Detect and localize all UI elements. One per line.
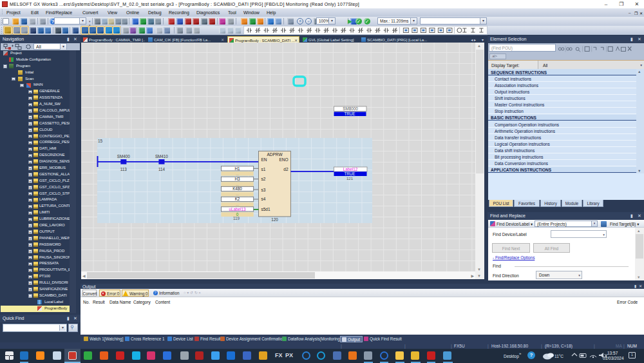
svg-text:SM8000: SM8000 bbox=[343, 106, 358, 111]
svg-text:...: ... bbox=[236, 202, 239, 206]
svg-text:ADPRW: ADPRW bbox=[267, 152, 283, 157]
svg-text:114: 114 bbox=[158, 167, 166, 172]
svg-text:H3: H3 bbox=[234, 177, 240, 181]
svg-text:K2: K2 bbox=[235, 197, 240, 201]
svg-text:uLabel13: uLabel13 bbox=[229, 207, 246, 211]
svg-text:H1: H1 bbox=[234, 166, 240, 171]
svg-text:SM410: SM410 bbox=[155, 154, 168, 159]
svg-text:s1: s1 bbox=[261, 167, 266, 172]
svg-text:...: ... bbox=[236, 172, 239, 176]
svg-text:121: 121 bbox=[346, 177, 354, 181]
svg-text:119: 119 bbox=[233, 216, 240, 221]
svg-text:s2: s2 bbox=[261, 177, 266, 181]
svg-text:TRUE: TRUE bbox=[344, 172, 355, 176]
svg-text:ENO: ENO bbox=[279, 157, 288, 162]
svg-text:120: 120 bbox=[271, 217, 278, 222]
svg-text:K480: K480 bbox=[232, 186, 242, 191]
svg-text:...: ... bbox=[236, 182, 239, 186]
svg-text:SM400: SM400 bbox=[117, 154, 130, 159]
svg-text:s3: s3 bbox=[261, 188, 266, 192]
svg-text:s4: s4 bbox=[261, 197, 266, 201]
svg-text:113: 113 bbox=[120, 167, 128, 172]
svg-text:EN: EN bbox=[261, 157, 267, 162]
svg-text:TRUE: TRUE bbox=[344, 112, 355, 116]
svg-text:d2: d2 bbox=[283, 167, 289, 172]
svg-text:...: ... bbox=[236, 191, 239, 196]
svg-text:Label12: Label12 bbox=[343, 167, 358, 172]
svg-text:15: 15 bbox=[98, 139, 103, 143]
svg-text:s5d1: s5d1 bbox=[261, 207, 270, 211]
